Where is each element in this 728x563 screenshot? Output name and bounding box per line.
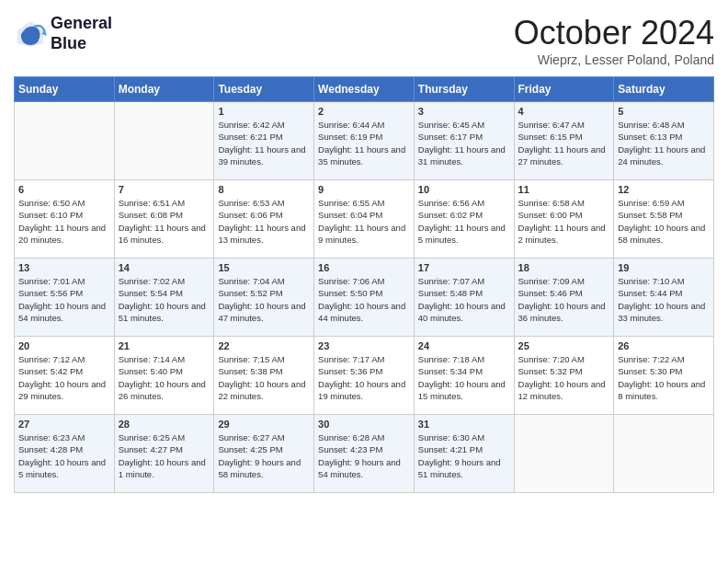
day-number: 28 bbox=[119, 419, 210, 430]
calendar-week-row: 1Sunrise: 6:42 AM Sunset: 6:21 PM Daylig… bbox=[15, 102, 714, 180]
weekday-header-monday: Monday bbox=[114, 77, 214, 102]
day-number: 11 bbox=[518, 184, 610, 195]
day-info: Sunrise: 7:18 AM Sunset: 5:34 PM Dayligh… bbox=[418, 353, 510, 402]
weekday-header-wednesday: Wednesday bbox=[314, 77, 415, 102]
logo-icon bbox=[14, 17, 47, 51]
title-block: October 2024 Wieprz, Lesser Poland, Pola… bbox=[514, 14, 714, 67]
calendar-cell: 11Sunrise: 6:58 AM Sunset: 6:00 PM Dayli… bbox=[514, 180, 614, 259]
calendar-cell: 6Sunrise: 6:50 AM Sunset: 6:10 PM Daylig… bbox=[15, 180, 115, 259]
day-info: Sunrise: 6:58 AM Sunset: 6:00 PM Dayligh… bbox=[518, 197, 610, 246]
day-number: 24 bbox=[418, 340, 510, 351]
page-header: General Blue October 2024 Wieprz, Lesser… bbox=[14, 14, 714, 67]
calendar-cell: 14Sunrise: 7:02 AM Sunset: 5:54 PM Dayli… bbox=[114, 259, 214, 337]
calendar-cell: 16Sunrise: 7:06 AM Sunset: 5:50 PM Dayli… bbox=[314, 259, 415, 337]
day-info: Sunrise: 6:25 AM Sunset: 4:27 PM Dayligh… bbox=[119, 431, 210, 480]
day-info: Sunrise: 6:59 AM Sunset: 5:58 PM Dayligh… bbox=[618, 197, 710, 246]
day-number: 5 bbox=[618, 106, 710, 117]
day-info: Sunrise: 6:27 AM Sunset: 4:25 PM Dayligh… bbox=[218, 431, 310, 480]
weekday-header-sunday: Sunday bbox=[15, 77, 115, 102]
calendar-cell: 29Sunrise: 6:27 AM Sunset: 4:25 PM Dayli… bbox=[214, 415, 314, 493]
calendar-cell bbox=[614, 415, 714, 493]
calendar-cell: 25Sunrise: 7:20 AM Sunset: 5:32 PM Dayli… bbox=[514, 337, 614, 415]
calendar-cell: 13Sunrise: 7:01 AM Sunset: 5:56 PM Dayli… bbox=[15, 259, 115, 337]
day-number: 27 bbox=[18, 419, 110, 430]
day-info: Sunrise: 6:48 AM Sunset: 6:13 PM Dayligh… bbox=[618, 119, 710, 167]
calendar-cell: 27Sunrise: 6:23 AM Sunset: 4:28 PM Dayli… bbox=[15, 415, 115, 493]
calendar-cell: 19Sunrise: 7:10 AM Sunset: 5:44 PM Dayli… bbox=[614, 259, 714, 337]
calendar-cell bbox=[114, 102, 214, 180]
day-number: 10 bbox=[418, 184, 510, 195]
calendar-cell: 20Sunrise: 7:12 AM Sunset: 5:42 PM Dayli… bbox=[15, 337, 115, 415]
day-number: 7 bbox=[119, 184, 210, 195]
day-info: Sunrise: 6:30 AM Sunset: 4:21 PM Dayligh… bbox=[418, 431, 510, 480]
calendar-week-row: 6Sunrise: 6:50 AM Sunset: 6:10 PM Daylig… bbox=[15, 180, 714, 259]
calendar-cell: 4Sunrise: 6:47 AM Sunset: 6:15 PM Daylig… bbox=[514, 102, 614, 180]
calendar-body: 1Sunrise: 6:42 AM Sunset: 6:21 PM Daylig… bbox=[15, 102, 714, 493]
weekday-header-thursday: Thursday bbox=[414, 77, 514, 102]
weekday-header-friday: Friday bbox=[514, 77, 614, 102]
day-info: Sunrise: 6:53 AM Sunset: 6:06 PM Dayligh… bbox=[218, 197, 310, 246]
day-info: Sunrise: 7:01 AM Sunset: 5:56 PM Dayligh… bbox=[18, 275, 110, 324]
calendar-cell: 8Sunrise: 6:53 AM Sunset: 6:06 PM Daylig… bbox=[214, 180, 314, 259]
day-number: 22 bbox=[218, 340, 310, 351]
day-info: Sunrise: 6:28 AM Sunset: 4:23 PM Dayligh… bbox=[318, 431, 410, 480]
day-number: 30 bbox=[318, 419, 410, 430]
calendar-cell: 7Sunrise: 6:51 AM Sunset: 6:08 PM Daylig… bbox=[114, 180, 214, 259]
calendar-week-row: 27Sunrise: 6:23 AM Sunset: 4:28 PM Dayli… bbox=[15, 415, 714, 493]
day-info: Sunrise: 6:23 AM Sunset: 4:28 PM Dayligh… bbox=[18, 431, 110, 480]
day-info: Sunrise: 6:47 AM Sunset: 6:15 PM Dayligh… bbox=[518, 119, 610, 167]
day-info: Sunrise: 6:50 AM Sunset: 6:10 PM Dayligh… bbox=[18, 197, 110, 246]
day-number: 17 bbox=[418, 262, 510, 273]
location-subtitle: Wieprz, Lesser Poland, Poland bbox=[514, 52, 714, 67]
logo: General Blue bbox=[14, 14, 112, 53]
calendar-cell bbox=[514, 415, 614, 493]
day-info: Sunrise: 6:51 AM Sunset: 6:08 PM Dayligh… bbox=[119, 197, 210, 246]
day-number: 18 bbox=[518, 262, 610, 273]
day-number: 23 bbox=[318, 340, 410, 351]
day-number: 8 bbox=[218, 184, 310, 195]
calendar-cell: 3Sunrise: 6:45 AM Sunset: 6:17 PM Daylig… bbox=[414, 102, 514, 180]
calendar-cell: 9Sunrise: 6:55 AM Sunset: 6:04 PM Daylig… bbox=[314, 180, 415, 259]
calendar-week-row: 20Sunrise: 7:12 AM Sunset: 5:42 PM Dayli… bbox=[15, 337, 714, 415]
day-info: Sunrise: 7:20 AM Sunset: 5:32 PM Dayligh… bbox=[518, 353, 610, 402]
day-info: Sunrise: 7:14 AM Sunset: 5:40 PM Dayligh… bbox=[119, 353, 210, 402]
weekday-header-saturday: Saturday bbox=[614, 77, 714, 102]
day-number: 31 bbox=[418, 419, 510, 430]
day-info: Sunrise: 6:44 AM Sunset: 6:19 PM Dayligh… bbox=[318, 119, 410, 167]
day-number: 13 bbox=[18, 262, 110, 273]
day-info: Sunrise: 7:07 AM Sunset: 5:48 PM Dayligh… bbox=[418, 275, 510, 324]
calendar-cell: 17Sunrise: 7:07 AM Sunset: 5:48 PM Dayli… bbox=[414, 259, 514, 337]
day-info: Sunrise: 6:42 AM Sunset: 6:21 PM Dayligh… bbox=[218, 119, 310, 167]
day-info: Sunrise: 7:06 AM Sunset: 5:50 PM Dayligh… bbox=[318, 275, 410, 324]
calendar-cell: 15Sunrise: 7:04 AM Sunset: 5:52 PM Dayli… bbox=[214, 259, 314, 337]
calendar-cell: 18Sunrise: 7:09 AM Sunset: 5:46 PM Dayli… bbox=[514, 259, 614, 337]
day-number: 14 bbox=[119, 262, 210, 273]
day-info: Sunrise: 7:04 AM Sunset: 5:52 PM Dayligh… bbox=[218, 275, 310, 324]
calendar-cell: 22Sunrise: 7:15 AM Sunset: 5:38 PM Dayli… bbox=[214, 337, 314, 415]
day-info: Sunrise: 7:22 AM Sunset: 5:30 PM Dayligh… bbox=[618, 353, 710, 402]
day-number: 29 bbox=[218, 419, 310, 430]
calendar-cell: 2Sunrise: 6:44 AM Sunset: 6:19 PM Daylig… bbox=[314, 102, 415, 180]
day-info: Sunrise: 7:09 AM Sunset: 5:46 PM Dayligh… bbox=[518, 275, 610, 324]
weekday-header-row: SundayMondayTuesdayWednesdayThursdayFrid… bbox=[15, 77, 714, 102]
day-number: 3 bbox=[418, 106, 510, 117]
calendar-cell bbox=[15, 102, 115, 180]
day-number: 12 bbox=[618, 184, 710, 195]
weekday-header-tuesday: Tuesday bbox=[214, 77, 314, 102]
day-info: Sunrise: 6:56 AM Sunset: 6:02 PM Dayligh… bbox=[418, 197, 510, 246]
calendar-cell: 12Sunrise: 6:59 AM Sunset: 5:58 PM Dayli… bbox=[614, 180, 714, 259]
day-number: 1 bbox=[218, 106, 310, 117]
day-number: 19 bbox=[618, 262, 710, 273]
day-number: 26 bbox=[618, 340, 710, 351]
day-info: Sunrise: 7:15 AM Sunset: 5:38 PM Dayligh… bbox=[218, 353, 310, 402]
day-info: Sunrise: 7:17 AM Sunset: 5:36 PM Dayligh… bbox=[318, 353, 410, 402]
logo-text: General Blue bbox=[51, 14, 112, 53]
calendar-cell: 31Sunrise: 6:30 AM Sunset: 4:21 PM Dayli… bbox=[414, 415, 514, 493]
day-number: 16 bbox=[318, 262, 410, 273]
day-info: Sunrise: 7:02 AM Sunset: 5:54 PM Dayligh… bbox=[119, 275, 210, 324]
calendar-cell: 30Sunrise: 6:28 AM Sunset: 4:23 PM Dayli… bbox=[314, 415, 415, 493]
day-number: 6 bbox=[18, 184, 110, 195]
calendar-cell: 28Sunrise: 6:25 AM Sunset: 4:27 PM Dayli… bbox=[114, 415, 214, 493]
day-number: 20 bbox=[18, 340, 110, 351]
calendar-cell: 23Sunrise: 7:17 AM Sunset: 5:36 PM Dayli… bbox=[314, 337, 415, 415]
